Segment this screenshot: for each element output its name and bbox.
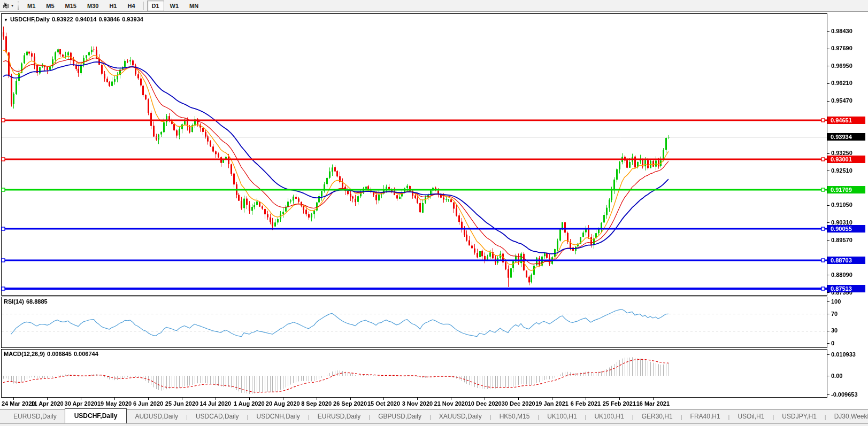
rsi-indicator-panel[interactable] — [1, 297, 827, 348]
date-label: 10 Dec 2020 — [468, 400, 502, 407]
date-label: 1 Aug 2020 — [234, 400, 265, 407]
price-level-badge: 0.93001 — [827, 156, 865, 163]
chevron-down-icon[interactable]: ▾ — [11, 3, 13, 8]
date-label: 16 Mar 2021 — [636, 400, 670, 407]
chart-dropdown-icon[interactable]: ▼ — [4, 18, 8, 22]
price-chart-panel[interactable] — [1, 13, 827, 296]
tab-dj30-weekly[interactable]: DJ30,Weekly — [826, 410, 868, 423]
tab-usdjpy-h1[interactable]: USDJPY,H1 — [774, 410, 824, 423]
date-label: 25 Feb 2021 — [603, 400, 636, 407]
timeframe-button-w1[interactable]: W1 — [165, 1, 184, 11]
rsi-tick-label: 30 — [831, 327, 838, 334]
timeframe-button-m15[interactable]: M15 — [60, 1, 81, 11]
date-label: 6 Jun 2020 — [133, 400, 163, 407]
rsi-tick-label: 70 — [831, 311, 838, 317]
price-tick-label: 0.96210 — [831, 80, 852, 86]
date-label: 19 May 2020 — [97, 400, 132, 407]
date-label: 8 Sep 2020 — [301, 400, 332, 407]
date-label: 19 Jan 2021 — [535, 400, 569, 407]
tab-hk50-m15[interactable]: HK50,M15 — [491, 410, 538, 423]
date-axis: 24 Mar 202011 Apr 202030 Apr 202019 May … — [0, 398, 868, 409]
timeframe-button-d1[interactable]: D1 — [147, 1, 164, 11]
price-level-badge: 0.91709 — [827, 186, 865, 193]
current-price-badge: 0.93934 — [827, 133, 865, 141]
tab-usdcnh-daily[interactable]: USDCNH,Daily — [248, 410, 308, 423]
crosshair-tool-button[interactable]: ▾ — [0, 2, 15, 10]
timeframe-button-m1[interactable]: M1 — [22, 1, 40, 11]
tab-eurusd-daily[interactable]: EURUSD,Daily — [5, 410, 65, 423]
timeframe-button-m5[interactable]: M5 — [41, 1, 59, 11]
tab-usoil-h1[interactable]: USOil,H1 — [729, 410, 772, 423]
ohlc-open: 0.93922 — [52, 16, 73, 22]
toolbar-separator — [143, 2, 144, 10]
trading-platform-window: ▾ M1M5M15M30H1H4D1W1MN ▼USDCHF,Daily0.93… — [0, 0, 868, 426]
bottom-strip — [0, 423, 868, 426]
macd-tick-label: -0.009653 — [831, 391, 858, 398]
macd-label: MACD(12,26,9)0.0068450.006744 — [4, 351, 101, 357]
timeframe-button-h1[interactable]: H1 — [104, 1, 121, 11]
macd-signal-value: 0.006744 — [74, 351, 98, 357]
ohlc-close: 0.93934 — [122, 16, 143, 22]
tab-uk100-h1[interactable]: UK100,H1 — [586, 410, 632, 423]
crosshair-chart-icon — [2, 2, 10, 10]
date-label: 30 Dec 2020 — [502, 400, 535, 407]
date-label: 30 Apr 2020 — [65, 400, 97, 407]
price-tick-label: 0.92510 — [831, 167, 852, 174]
toolbar-grip-handle[interactable] — [18, 2, 19, 10]
price-level-badge: 0.90055 — [827, 225, 865, 233]
macd-tick-label: 0.00 — [831, 373, 842, 379]
date-label: 26 Sep 2020 — [333, 400, 367, 407]
timeframe-button-h4[interactable]: H4 — [122, 1, 140, 11]
rsi-tick-label: 100 — [831, 298, 841, 305]
date-label: 21 Nov 2020 — [434, 400, 468, 407]
macd-value: 0.006845 — [47, 351, 72, 357]
price-tick-label: 0.95470 — [831, 97, 852, 104]
macd-name: MACD(12,26,9) — [4, 351, 45, 357]
chart-title: ▼USDCHF,Daily0.939220.940140.938460.9393… — [4, 16, 145, 22]
date-label: 15 Oct 2020 — [367, 400, 400, 407]
price-tick-label: 0.98430 — [831, 28, 852, 34]
tab-audusd-daily[interactable]: AUDUSD,Daily — [127, 410, 186, 423]
tab-usdcad-daily[interactable]: USDCAD,Daily — [188, 410, 247, 423]
tab-uk100-h1[interactable]: UK100,H1 — [539, 410, 585, 423]
date-label: 11 Apr 2020 — [31, 400, 64, 407]
tab-eurusd-daily[interactable]: EURUSD,Daily — [310, 410, 369, 423]
timeframe-buttons: M1M5M15M30H1H4D1W1MN — [22, 1, 204, 11]
price-tick-label: 0.88090 — [831, 272, 852, 278]
date-label: 25 Jun 2020 — [165, 400, 198, 407]
date-label: 24 Mar 2020 — [2, 400, 35, 407]
chart-tab-bar: EURUSD,DailyUSDCHF,DailyAUDUSD,Daily|USD… — [0, 409, 868, 423]
price-axis: 0.984300.976900.969500.962100.954700.932… — [827, 0, 868, 426]
timeframe-button-m30[interactable]: M30 — [82, 1, 103, 11]
chart-symbol: USDCHF,Daily — [10, 16, 50, 22]
price-tick-label: 0.91050 — [831, 202, 852, 208]
price-tick-label: 0.96950 — [831, 63, 852, 69]
timeframe-toolbar: ▾ M1M5M15M30H1H4D1W1MN — [0, 0, 868, 12]
date-label: 6 Feb 2021 — [571, 400, 601, 407]
price-tick-label: 0.97690 — [831, 45, 852, 51]
date-label: 3 Nov 2020 — [402, 400, 433, 407]
date-label: 14 Jul 2020 — [200, 400, 232, 407]
tab-fra40-h1[interactable]: FRA40,H1 — [682, 410, 728, 423]
macd-tick-label: 0.010933 — [831, 351, 856, 358]
tab-ger30-h1[interactable]: GER30,H1 — [634, 410, 681, 423]
ohlc-high: 0.94014 — [75, 16, 97, 22]
tab-xauusd-daily[interactable]: XAUUSD,Daily — [431, 410, 490, 423]
price-level-badge: 0.87513 — [827, 285, 865, 292]
rsi-tick-label: 0 — [831, 340, 834, 346]
rsi-name: RSI(14) — [4, 298, 24, 305]
rsi-value: 68.8885 — [26, 298, 48, 305]
tab-gbpusd-daily[interactable]: GBPUSD,Daily — [370, 410, 429, 423]
timeframe-button-mn[interactable]: MN — [185, 1, 203, 11]
price-level-badge: 0.88703 — [827, 257, 865, 264]
price-level-badge: 0.94651 — [827, 117, 865, 124]
date-label: 20 Aug 2020 — [266, 400, 300, 407]
ohlc-low: 0.93846 — [98, 16, 120, 22]
rsi-label: RSI(14)68.8885 — [4, 298, 50, 305]
price-tick-label: 0.89570 — [831, 237, 852, 243]
tab-usdchf-daily[interactable]: USDCHF,Daily — [65, 408, 127, 423]
macd-indicator-panel[interactable] — [1, 349, 827, 398]
